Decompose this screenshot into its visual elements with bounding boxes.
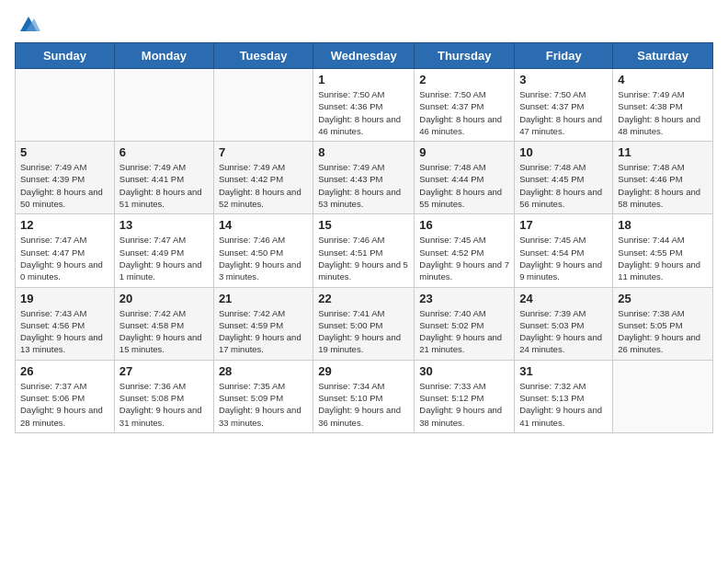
day-info: Sunrise: 7:42 AM Sunset: 4:58 PM Dayligh…	[119, 307, 209, 356]
calendar-cell: 9Sunrise: 7:48 AM Sunset: 4:44 PM Daylig…	[415, 142, 515, 214]
day-info: Sunrise: 7:38 AM Sunset: 5:05 PM Dayligh…	[618, 307, 708, 356]
day-info: Sunrise: 7:49 AM Sunset: 4:41 PM Dayligh…	[119, 161, 209, 210]
day-number: 21	[219, 292, 308, 305]
header	[15, 15, 713, 31]
day-number: 7	[219, 145, 308, 159]
day-number: 27	[119, 364, 209, 378]
day-info: Sunrise: 7:40 AM Sunset: 5:02 PM Dayligh…	[419, 307, 509, 356]
day-number: 14	[219, 218, 308, 232]
day-number: 30	[419, 364, 509, 378]
calendar-header-saturday: Saturday	[613, 43, 713, 69]
day-number: 29	[318, 364, 409, 378]
calendar-cell: 10Sunrise: 7:48 AM Sunset: 4:45 PM Dayli…	[515, 142, 613, 214]
calendar-cell: 2Sunrise: 7:50 AM Sunset: 4:37 PM Daylig…	[415, 69, 515, 142]
calendar-week-row: 26Sunrise: 7:37 AM Sunset: 5:06 PM Dayli…	[16, 360, 713, 432]
day-number: 19	[20, 292, 109, 305]
day-number: 28	[219, 364, 308, 378]
day-number: 6	[119, 145, 209, 159]
day-number: 1	[318, 73, 409, 86]
calendar-cell	[213, 69, 313, 142]
day-info: Sunrise: 7:49 AM Sunset: 4:39 PM Dayligh…	[20, 161, 109, 210]
calendar-cell	[114, 69, 213, 142]
day-info: Sunrise: 7:46 AM Sunset: 4:51 PM Dayligh…	[318, 234, 409, 282]
calendar-cell: 25Sunrise: 7:38 AM Sunset: 5:05 PM Dayli…	[613, 287, 713, 360]
day-number: 25	[618, 292, 708, 305]
calendar-cell: 4Sunrise: 7:49 AM Sunset: 4:38 PM Daylig…	[613, 69, 713, 142]
day-info: Sunrise: 7:37 AM Sunset: 5:06 PM Dayligh…	[20, 380, 109, 429]
day-number: 18	[618, 218, 708, 232]
day-info: Sunrise: 7:46 AM Sunset: 4:50 PM Dayligh…	[219, 234, 308, 282]
day-number: 11	[618, 145, 708, 159]
calendar-week-row: 1Sunrise: 7:50 AM Sunset: 4:36 PM Daylig…	[16, 69, 713, 142]
calendar-cell: 16Sunrise: 7:45 AM Sunset: 4:52 PM Dayli…	[415, 214, 515, 287]
day-info: Sunrise: 7:39 AM Sunset: 5:03 PM Dayligh…	[519, 307, 608, 356]
day-number: 8	[318, 145, 409, 159]
day-number: 9	[419, 145, 509, 159]
calendar-cell: 21Sunrise: 7:42 AM Sunset: 4:59 PM Dayli…	[213, 287, 313, 360]
calendar-cell: 11Sunrise: 7:48 AM Sunset: 4:46 PM Dayli…	[613, 142, 713, 214]
day-info: Sunrise: 7:50 AM Sunset: 4:37 PM Dayligh…	[519, 88, 608, 137]
calendar-cell: 17Sunrise: 7:45 AM Sunset: 4:54 PM Dayli…	[515, 214, 613, 287]
calendar-header-row: SundayMondayTuesdayWednesdayThursdayFrid…	[16, 43, 713, 69]
calendar-header-wednesday: Wednesday	[313, 43, 415, 69]
calendar-cell: 19Sunrise: 7:43 AM Sunset: 4:56 PM Dayli…	[16, 287, 115, 360]
calendar-header-friday: Friday	[515, 43, 613, 69]
calendar-cell: 15Sunrise: 7:46 AM Sunset: 4:51 PM Dayli…	[313, 214, 415, 287]
day-info: Sunrise: 7:47 AM Sunset: 4:49 PM Dayligh…	[119, 234, 209, 282]
day-number: 13	[119, 218, 209, 232]
calendar-cell: 28Sunrise: 7:35 AM Sunset: 5:09 PM Dayli…	[213, 360, 313, 432]
day-number: 4	[618, 73, 708, 86]
calendar-cell: 7Sunrise: 7:49 AM Sunset: 4:42 PM Daylig…	[213, 142, 313, 214]
day-info: Sunrise: 7:42 AM Sunset: 4:59 PM Dayligh…	[219, 307, 308, 356]
calendar-cell: 29Sunrise: 7:34 AM Sunset: 5:10 PM Dayli…	[313, 360, 415, 432]
calendar-header-sunday: Sunday	[16, 43, 115, 69]
calendar-header-tuesday: Tuesday	[213, 43, 313, 69]
day-info: Sunrise: 7:45 AM Sunset: 4:52 PM Dayligh…	[419, 234, 509, 282]
day-info: Sunrise: 7:48 AM Sunset: 4:45 PM Dayligh…	[519, 161, 608, 210]
day-info: Sunrise: 7:34 AM Sunset: 5:10 PM Dayligh…	[318, 380, 409, 429]
calendar-cell: 18Sunrise: 7:44 AM Sunset: 4:55 PM Dayli…	[613, 214, 713, 287]
day-info: Sunrise: 7:50 AM Sunset: 4:36 PM Dayligh…	[318, 88, 409, 137]
day-number: 10	[519, 145, 608, 159]
calendar-cell: 14Sunrise: 7:46 AM Sunset: 4:50 PM Dayli…	[213, 214, 313, 287]
day-number: 26	[20, 364, 109, 378]
day-number: 17	[519, 218, 608, 232]
day-info: Sunrise: 7:50 AM Sunset: 4:37 PM Dayligh…	[419, 88, 509, 137]
day-info: Sunrise: 7:45 AM Sunset: 4:54 PM Dayligh…	[519, 234, 608, 282]
calendar-cell: 23Sunrise: 7:40 AM Sunset: 5:02 PM Dayli…	[415, 287, 515, 360]
day-number: 31	[519, 364, 608, 378]
day-info: Sunrise: 7:44 AM Sunset: 4:55 PM Dayligh…	[618, 234, 708, 282]
day-number: 23	[419, 292, 509, 305]
logo-icon	[17, 15, 40, 35]
calendar-cell: 24Sunrise: 7:39 AM Sunset: 5:03 PM Dayli…	[515, 287, 613, 360]
day-info: Sunrise: 7:43 AM Sunset: 4:56 PM Dayligh…	[20, 307, 109, 356]
day-info: Sunrise: 7:32 AM Sunset: 5:13 PM Dayligh…	[519, 380, 608, 429]
day-number: 15	[318, 218, 409, 232]
calendar-cell: 6Sunrise: 7:49 AM Sunset: 4:41 PM Daylig…	[114, 142, 213, 214]
calendar-cell: 12Sunrise: 7:47 AM Sunset: 4:47 PM Dayli…	[16, 214, 115, 287]
calendar-week-row: 12Sunrise: 7:47 AM Sunset: 4:47 PM Dayli…	[16, 214, 713, 287]
calendar-cell	[16, 69, 115, 142]
day-number: 16	[419, 218, 509, 232]
calendar-cell: 1Sunrise: 7:50 AM Sunset: 4:36 PM Daylig…	[313, 69, 415, 142]
calendar-header-thursday: Thursday	[415, 43, 515, 69]
day-info: Sunrise: 7:48 AM Sunset: 4:44 PM Dayligh…	[419, 161, 509, 210]
day-number: 2	[419, 73, 509, 86]
calendar-cell: 20Sunrise: 7:42 AM Sunset: 4:58 PM Dayli…	[114, 287, 213, 360]
calendar-cell: 3Sunrise: 7:50 AM Sunset: 4:37 PM Daylig…	[515, 69, 613, 142]
day-info: Sunrise: 7:41 AM Sunset: 5:00 PM Dayligh…	[318, 307, 409, 356]
calendar-table: SundayMondayTuesdayWednesdayThursdayFrid…	[15, 42, 713, 433]
day-number: 3	[519, 73, 608, 86]
calendar-header-monday: Monday	[114, 43, 213, 69]
calendar-cell: 8Sunrise: 7:49 AM Sunset: 4:43 PM Daylig…	[313, 142, 415, 214]
calendar-cell: 26Sunrise: 7:37 AM Sunset: 5:06 PM Dayli…	[16, 360, 115, 432]
calendar-week-row: 5Sunrise: 7:49 AM Sunset: 4:39 PM Daylig…	[16, 142, 713, 214]
day-info: Sunrise: 7:47 AM Sunset: 4:47 PM Dayligh…	[20, 234, 109, 282]
day-info: Sunrise: 7:49 AM Sunset: 4:42 PM Dayligh…	[219, 161, 308, 210]
calendar-cell: 5Sunrise: 7:49 AM Sunset: 4:39 PM Daylig…	[16, 142, 115, 214]
calendar-cell: 22Sunrise: 7:41 AM Sunset: 5:00 PM Dayli…	[313, 287, 415, 360]
calendar-cell: 31Sunrise: 7:32 AM Sunset: 5:13 PM Dayli…	[515, 360, 613, 432]
day-number: 24	[519, 292, 608, 305]
calendar-cell: 13Sunrise: 7:47 AM Sunset: 4:49 PM Dayli…	[114, 214, 213, 287]
day-info: Sunrise: 7:48 AM Sunset: 4:46 PM Dayligh…	[618, 161, 708, 210]
